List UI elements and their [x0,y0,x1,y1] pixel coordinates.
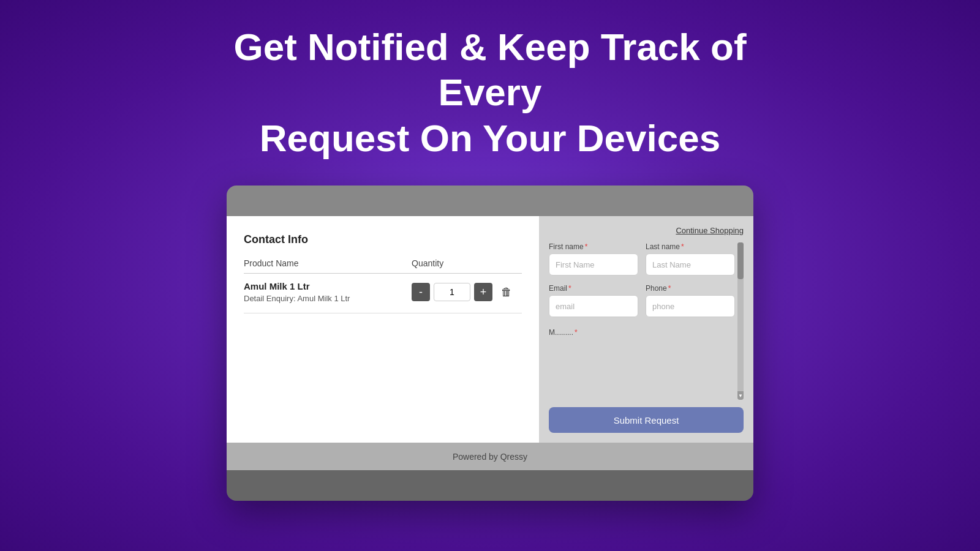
submit-request-button[interactable]: Submit Request [549,407,744,433]
product-row: Amul Milk 1 Ltr Detail Enquiry: Amul Mil… [244,281,522,313]
contact-row: Email* Phone* [549,284,735,317]
continue-shopping-link[interactable]: Continue Shopping [549,226,744,235]
first-name-group: First name* [549,242,638,276]
email-input[interactable] [549,295,638,317]
name-row: First name* Last name* [549,242,735,276]
scrollbar-track: ▲ ▼ [737,242,744,400]
email-group: Email* [549,284,638,317]
email-label: Email* [549,284,638,293]
window-bottom-bar [227,470,753,501]
last-name-label: Last name* [646,242,735,251]
phone-input[interactable] [646,295,735,317]
scroll-thumb[interactable] [737,242,744,279]
powered-by-text: Powered by Qressy [453,452,527,462]
first-name-required: * [585,242,588,251]
product-info: Amul Milk 1 Ltr Detail Enquiry: Amul Mil… [244,281,412,303]
last-name-group: Last name* [646,242,735,276]
page-title: Get Notified & Keep Track of Every Reque… [184,24,796,161]
scroll-down-arrow[interactable]: ▼ [737,391,744,400]
last-name-required: * [681,242,684,251]
decrease-qty-button[interactable]: - [412,283,430,301]
col-product-name: Product Name [244,258,412,268]
app-window: Contact Info Product Name Quantity Amul … [227,186,753,501]
window-footer: Powered by Qressy [227,443,753,470]
contact-info-title: Contact Info [244,233,522,246]
first-name-input[interactable] [549,253,638,276]
product-name: Amul Milk 1 Ltr [244,281,412,291]
extra-row: M.........* [549,326,735,339]
extra-label: M.........* [549,328,735,337]
phone-group: Phone* [646,284,735,317]
email-required: * [568,284,571,293]
product-detail: Detail Enquiry: Amul Milk 1 Ltr [244,294,412,303]
scrollable-form: First name* Last name* [549,242,744,400]
form-content: First name* Last name* [549,242,744,339]
table-header: Product Name Quantity [244,258,522,274]
first-name-label: First name* [549,242,638,251]
delete-product-button[interactable]: 🗑 [501,286,512,299]
col-quantity: Quantity [412,258,522,268]
window-body: Contact Info Product Name Quantity Amul … [227,216,753,443]
right-panel: Continue Shopping First name* [539,216,753,443]
quantity-input[interactable] [434,283,470,301]
last-name-input[interactable] [646,253,735,276]
phone-label: Phone* [646,284,735,293]
extra-group: M.........* [549,326,735,339]
window-top-bar [227,186,753,216]
increase-qty-button[interactable]: + [474,283,492,301]
left-panel: Contact Info Product Name Quantity Amul … [227,216,539,443]
phone-required: * [668,284,671,293]
quantity-controls: - + 🗑 [412,283,522,301]
